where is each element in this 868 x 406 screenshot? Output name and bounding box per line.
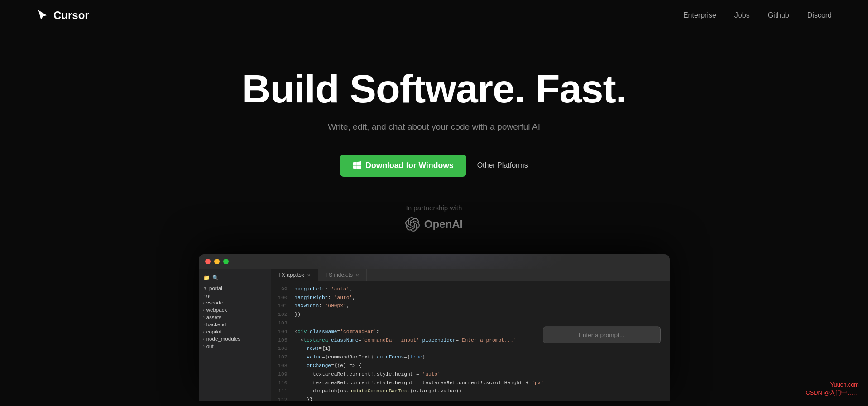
code-line: 99 marginLeft: 'auto', [271, 285, 670, 294]
collapse-icon: › [203, 329, 205, 334]
tab-close-icon[interactable]: ✕ [307, 272, 311, 278]
logo-link[interactable]: Cursor [36, 9, 89, 22]
sidebar-portal[interactable]: ▼ portal [199, 285, 271, 292]
collapse-icon: › [203, 314, 205, 319]
sidebar-search-row: 📁 🔍 [199, 273, 271, 283]
nav-github[interactable]: Github [768, 11, 789, 19]
sidebar-item-label: node_modules [206, 336, 241, 342]
collapse-icon: › [203, 293, 205, 298]
sidebar-assets[interactable]: › assets [199, 314, 271, 321]
hero-title: Build Software. Fast. [242, 67, 626, 111]
partnership-section: In partnership with OpenAI [405, 204, 463, 232]
watermark-line2: CSDN @入门中…… [806, 389, 859, 397]
prompt-input-display: Enter a prompt... [543, 326, 661, 343]
sidebar-item-label: copilot [206, 329, 221, 334]
traffic-yellow [214, 259, 220, 264]
sidebar-item-label: portal [209, 285, 222, 291]
code-line: 109 textareaRef.current!.style.height = … [271, 370, 670, 379]
openai-icon [405, 217, 420, 232]
sidebar-item-label: backend [206, 322, 226, 327]
hero-section: Build Software. Fast. Write, edit, and c… [0, 31, 868, 406]
tab-app-tsx[interactable]: TX app.tsx ✕ [271, 269, 318, 281]
traffic-green [223, 259, 229, 264]
prompt-overlay: Enter a prompt... [543, 326, 661, 343]
window-content: 📁 🔍 ▼ portal › git › vscode › webpac [199, 269, 670, 401]
code-line: 110 textareaRef.current!.style.height = … [271, 379, 670, 387]
hero-subtitle: Write, edit, and chat about your code wi… [328, 122, 540, 132]
collapse-icon: › [203, 343, 205, 348]
nav-links: Enterprise Jobs Github Discord [683, 11, 832, 19]
sidebar-backend[interactable]: › backend [199, 321, 271, 328]
sidebar-node-modules[interactable]: › node_modules [199, 335, 271, 343]
window-chrome [199, 254, 670, 269]
download-windows-button[interactable]: Download for Windows [340, 155, 466, 177]
tab-close-icon[interactable]: ✕ [355, 272, 359, 278]
code-line: 100 marginRight: 'auto', [271, 294, 670, 302]
sidebar-out[interactable]: › out [199, 343, 271, 350]
code-line: 107 value={commandBarText} autoFocus={tr… [271, 353, 670, 362]
sidebar-item-label: assets [206, 314, 221, 320]
download-button-label: Download for Windows [365, 161, 453, 170]
code-line: 106 rows={1} [271, 344, 670, 353]
code-line: 101 maxWidth: '600px', [271, 302, 670, 310]
nav-discord[interactable]: Discord [807, 11, 832, 19]
tab-index-ts[interactable]: TS index.ts ✕ [318, 269, 367, 281]
expand-icon: ▼ [203, 285, 208, 290]
collapse-icon: › [203, 336, 205, 341]
openai-text: OpenAI [424, 218, 463, 231]
search-icon: 🔍 [212, 275, 219, 281]
folder-icon: 📁 [203, 275, 210, 281]
sidebar-item-label: webpack [206, 307, 227, 313]
editor-sidebar: 📁 🔍 ▼ portal › git › vscode › webpac [199, 269, 271, 401]
tab-label: TS index.ts [326, 272, 353, 278]
nav-jobs[interactable]: Jobs [734, 11, 750, 19]
code-line: 108 onChange={(e) => { [271, 362, 670, 370]
sidebar-copilot[interactable]: › copilot [199, 328, 271, 335]
logo-text: Cursor [53, 9, 89, 22]
collapse-icon: › [203, 300, 205, 305]
code-line: 102 }) [271, 310, 670, 319]
other-platforms-button[interactable]: Other Platforms [477, 161, 528, 169]
cta-buttons: Download for Windows Other Platforms [340, 155, 528, 177]
sidebar-vscode[interactable]: › vscode [199, 299, 271, 306]
navbar: Cursor Enterprise Jobs Github Discord [0, 0, 868, 31]
sidebar-item-label: vscode [206, 300, 223, 305]
tab-label: TX app.tsx [278, 272, 304, 278]
sidebar-item-label: git [206, 293, 212, 298]
editor-main: TX app.tsx ✕ TS index.ts ✕ 99 marginLeft… [271, 269, 670, 401]
editor-tabs: TX app.tsx ✕ TS index.ts ✕ [271, 269, 670, 281]
collapse-icon: › [203, 307, 205, 312]
cursor-logo-icon [36, 9, 49, 22]
sidebar-item-label: out [206, 343, 214, 349]
editor-screenshot: 📁 🔍 ▼ portal › git › vscode › webpac [199, 254, 670, 401]
watermark-line1: Yuucn.com [806, 381, 859, 389]
sidebar-git[interactable]: › git [199, 292, 271, 299]
code-line: 112 }} [271, 396, 670, 401]
partnership-label: In partnership with [406, 204, 462, 212]
windows-icon [353, 161, 361, 169]
code-line: 111 dispatch(cs.updateCommandBarText(e.t… [271, 387, 670, 396]
collapse-icon: › [203, 322, 205, 327]
traffic-red [205, 259, 211, 264]
watermark: Yuucn.com CSDN @入门中…… [806, 381, 859, 397]
sidebar-webpack[interactable]: › webpack [199, 306, 271, 314]
nav-enterprise[interactable]: Enterprise [683, 11, 716, 19]
openai-logo: OpenAI [405, 217, 463, 232]
